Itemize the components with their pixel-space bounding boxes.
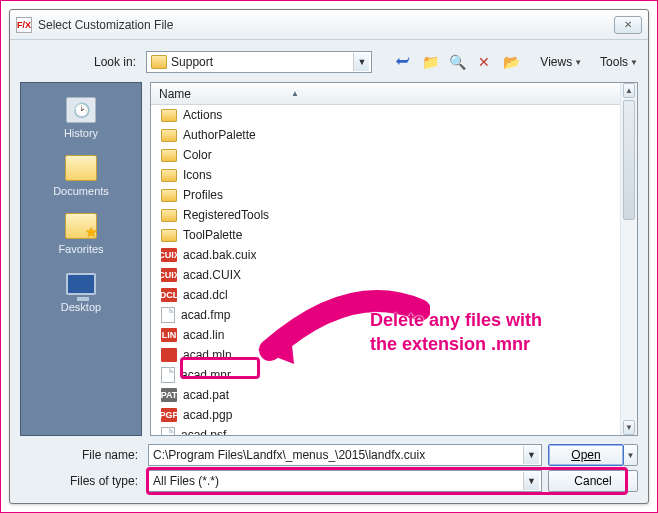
column-header-label: Name bbox=[159, 87, 191, 101]
folder-icon bbox=[161, 229, 177, 242]
document-icon bbox=[161, 307, 175, 323]
file-name: acad.psf bbox=[181, 428, 226, 435]
tools-label: Tools bbox=[600, 55, 628, 69]
look-in-value: Support bbox=[171, 55, 353, 69]
folder-icon bbox=[65, 155, 97, 181]
sidebar-item-label: Favorites bbox=[58, 243, 103, 255]
document-icon bbox=[161, 367, 175, 383]
cancel-button[interactable]: Cancel bbox=[548, 470, 638, 492]
views-menu[interactable]: Views▼ bbox=[540, 55, 582, 69]
list-item[interactable]: Icons bbox=[151, 165, 637, 185]
chevron-down-icon: ▼ bbox=[353, 53, 369, 71]
filetype-label: Files of type: bbox=[20, 474, 142, 488]
filename-value: C:\Program Files\Landfx\_menus_\2015\lan… bbox=[153, 448, 523, 462]
folder-icon bbox=[161, 109, 177, 122]
filetype-dropdown[interactable]: All Files (*.*) ▼ bbox=[148, 470, 542, 492]
sidebar-item-label: Documents bbox=[53, 185, 109, 197]
folder-icon bbox=[161, 129, 177, 142]
chevron-down-icon: ▼ bbox=[523, 446, 539, 464]
dcl-file-icon: DCL bbox=[161, 288, 177, 302]
views-label: Views bbox=[540, 55, 572, 69]
pgp-file-icon: PGP bbox=[161, 408, 177, 422]
look-in-label: Look in: bbox=[20, 55, 140, 69]
cuix-file-icon: CUIX bbox=[161, 268, 177, 282]
scroll-down-icon[interactable]: ▼ bbox=[623, 420, 635, 435]
file-name: AuthorPalette bbox=[183, 128, 256, 142]
list-item[interactable]: AuthorPalette bbox=[151, 125, 637, 145]
list-item[interactable]: PATacad.pat bbox=[151, 385, 637, 405]
file-name: acad.fmp bbox=[181, 308, 230, 322]
sort-asc-icon: ▲ bbox=[291, 89, 299, 98]
file-name: acad.bak.cuix bbox=[183, 248, 256, 262]
window-title: Select Customization File bbox=[38, 18, 614, 32]
tools-menu[interactable]: Tools▼ bbox=[600, 55, 638, 69]
list-item[interactable]: Actions bbox=[151, 105, 637, 125]
chevron-down-icon: ▼ bbox=[574, 58, 582, 67]
cuix-file-icon: CUIX bbox=[161, 248, 177, 262]
file-name: Icons bbox=[183, 168, 212, 182]
delete-icon[interactable]: ✕ bbox=[473, 51, 495, 73]
list-item[interactable]: Profiles bbox=[151, 185, 637, 205]
sidebar-item-history[interactable]: 🕑 History bbox=[21, 91, 141, 143]
chevron-down-icon: ▼ bbox=[523, 472, 539, 490]
list-item[interactable]: ToolPalette bbox=[151, 225, 637, 245]
file-name: Color bbox=[183, 148, 212, 162]
lin-file-icon: LIN bbox=[161, 328, 177, 342]
column-header-name[interactable]: Name ▲ bbox=[151, 83, 637, 105]
pat-file-icon: PAT bbox=[161, 388, 177, 402]
file-name: acad.pat bbox=[183, 388, 229, 402]
back-icon[interactable]: ⮨ bbox=[392, 51, 414, 73]
filename-label: File name: bbox=[20, 448, 142, 462]
open-button[interactable]: Open bbox=[548, 444, 624, 466]
file-name: acad.mln bbox=[183, 348, 232, 362]
list-item[interactable]: DCLacad.dcl bbox=[151, 285, 637, 305]
file-name: acad.lin bbox=[183, 328, 224, 342]
list-item[interactable]: CUIXacad.bak.cuix bbox=[151, 245, 637, 265]
open-dropdown[interactable]: ▼ bbox=[624, 444, 638, 466]
list-item[interactable]: acad.fmp bbox=[151, 305, 637, 325]
sidebar-item-desktop[interactable]: Desktop bbox=[21, 265, 141, 317]
file-name: acad.mnr bbox=[181, 368, 231, 382]
list-item[interactable]: acad.psf bbox=[151, 425, 637, 435]
up-one-level-icon[interactable]: 📁 bbox=[419, 51, 441, 73]
file-name: acad.dcl bbox=[183, 288, 228, 302]
mln-file-icon bbox=[161, 348, 177, 362]
list-item[interactable]: RegisteredTools bbox=[151, 205, 637, 225]
list-item[interactable]: PGPacad.pgp bbox=[151, 405, 637, 425]
file-name: acad.CUIX bbox=[183, 268, 241, 282]
look-in-dropdown[interactable]: Support ▼ bbox=[146, 51, 372, 73]
sidebar-item-favorites[interactable]: Favorites bbox=[21, 207, 141, 259]
sidebar-item-label: History bbox=[64, 127, 98, 139]
sidebar-item-label: Desktop bbox=[61, 301, 101, 313]
chevron-down-icon: ▼ bbox=[630, 58, 638, 67]
file-name: Actions bbox=[183, 108, 222, 122]
search-icon[interactable]: 🔍 bbox=[446, 51, 468, 73]
list-item[interactable]: acad.mln bbox=[151, 345, 637, 365]
file-list[interactable]: ActionsAuthorPaletteColorIconsProfilesRe… bbox=[151, 105, 637, 435]
folder-icon bbox=[161, 209, 177, 222]
scrollbar[interactable]: ▲ ▼ bbox=[620, 83, 637, 435]
folder-icon bbox=[161, 189, 177, 202]
new-folder-icon[interactable]: 📂 bbox=[500, 51, 522, 73]
list-item[interactable]: LINacad.lin bbox=[151, 325, 637, 345]
folder-icon bbox=[161, 169, 177, 182]
desktop-icon bbox=[66, 273, 96, 295]
list-item[interactable]: acad.mnr bbox=[151, 365, 637, 385]
file-name: RegisteredTools bbox=[183, 208, 269, 222]
scroll-thumb[interactable] bbox=[623, 100, 635, 220]
file-name: acad.pgp bbox=[183, 408, 232, 422]
list-item[interactable]: Color bbox=[151, 145, 637, 165]
history-icon: 🕑 bbox=[66, 97, 96, 123]
list-item[interactable]: CUIXacad.CUIX bbox=[151, 265, 637, 285]
app-icon: F/X bbox=[16, 17, 32, 33]
scroll-up-icon[interactable]: ▲ bbox=[623, 83, 635, 98]
places-sidebar: 🕑 History Documents Favorites Desktop bbox=[20, 82, 142, 436]
close-button[interactable]: ✕ bbox=[614, 16, 642, 34]
sidebar-item-documents[interactable]: Documents bbox=[21, 149, 141, 201]
filename-input[interactable]: C:\Program Files\Landfx\_menus_\2015\lan… bbox=[148, 444, 542, 466]
file-name: ToolPalette bbox=[183, 228, 242, 242]
favorites-icon bbox=[65, 213, 97, 239]
document-icon bbox=[161, 427, 175, 435]
filetype-value: All Files (*.*) bbox=[153, 474, 523, 488]
file-name: Profiles bbox=[183, 188, 223, 202]
